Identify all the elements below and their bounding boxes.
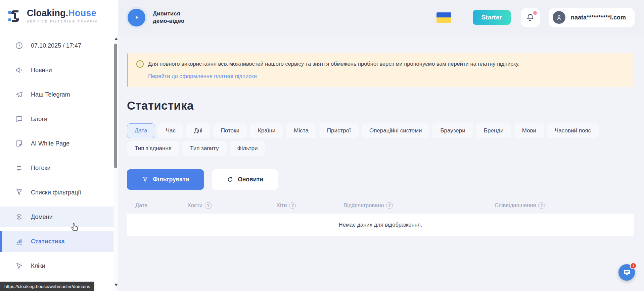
sidebar-item-filter-lists[interactable]: Списки фільтрації	[0, 182, 118, 203]
brand-name: Cloaking.House	[27, 9, 98, 18]
domain-icon	[15, 213, 24, 221]
browser-link-preview: https://cloaking.house/webmaster/domains	[0, 282, 94, 291]
sidebar-nav: 07.10.2025 / 17:47 Новини Наш Telegram Б…	[0, 31, 118, 276]
tab-timezone[interactable]: Часовий пояс	[547, 123, 599, 138]
scrollbar-thumb[interactable]	[114, 44, 117, 168]
language-flag-ukraine[interactable]	[436, 12, 451, 23]
telegram-icon	[15, 90, 24, 99]
empty-state-text: Немає даних для відображення.	[339, 222, 422, 228]
user-menu[interactable]: naata**********l.com	[549, 8, 635, 27]
notifications-button[interactable]	[521, 8, 540, 27]
play-icon	[133, 14, 140, 21]
tab-date[interactable]: Дата	[127, 123, 155, 138]
cursor-icon	[15, 261, 24, 270]
column-header-hits: Хіти?	[276, 202, 343, 209]
sidebar-item-clicks[interactable]: Кліки	[0, 255, 118, 276]
play-demo-button[interactable]	[128, 9, 145, 26]
scroll-up-icon[interactable]	[114, 38, 118, 40]
empty-state: Немає даних для відображення.	[127, 214, 634, 236]
sidebar-item-statistics[interactable]: Статистика	[0, 231, 118, 252]
tab-operating-systems[interactable]: Операційні системи	[362, 123, 429, 138]
column-header-date: Дата	[127, 202, 187, 209]
avatar	[553, 11, 565, 24]
tab-filters[interactable]: Фільтри	[230, 141, 266, 156]
sidebar-item-label: Домени	[31, 214, 53, 221]
tab-time[interactable]: Час	[158, 123, 183, 138]
subscription-link[interactable]: Перейти до оформлення платної підписки	[148, 73, 257, 79]
streams-icon	[15, 164, 24, 172]
chat-unread-badge: 1	[630, 263, 637, 269]
sidebar-item-label: Потоки	[31, 165, 51, 172]
tab-languages[interactable]: Мови	[514, 123, 544, 138]
column-header-ratio: Співвідношення?	[488, 202, 634, 209]
help-icon[interactable]: ?	[205, 202, 212, 209]
banner-text: Для повного використання всіх можливосте…	[148, 60, 519, 68]
tab-brands[interactable]: Бренди	[476, 123, 511, 138]
notification-dot	[533, 11, 537, 15]
sidebar-item-label: Новини	[31, 67, 52, 74]
statistics-table-header: Дата Хости? Хіти? Відфільтровано? Співві…	[127, 202, 634, 209]
statistics-filter-tabs: Дата Час Дні Потоки Країни Міста Пристро…	[127, 123, 633, 156]
sidebar-item-label: Списки фільтрації	[31, 189, 81, 196]
sidebar-item-label: Блоги	[31, 116, 47, 123]
chat-launcher-icon	[623, 269, 631, 277]
clock-icon	[15, 41, 24, 50]
sidebar-item-label: 07.10.2025 / 17:47	[31, 42, 81, 49]
help-icon[interactable]: ?	[538, 202, 545, 209]
stats-icon	[15, 237, 24, 246]
person-icon	[555, 14, 563, 21]
funnel-icon	[15, 188, 24, 197]
sidebar-item-blogs[interactable]: Блоги	[0, 109, 118, 129]
help-icon[interactable]: ?	[386, 202, 393, 209]
refresh-icon	[227, 176, 234, 183]
sidebar-item-label: AI White Page	[31, 140, 70, 147]
page-icon	[15, 139, 24, 148]
column-header-filtered: Відфільтровано?	[343, 202, 488, 209]
main-content: ! Для повного використання всіх можливос…	[118, 35, 644, 291]
tab-cities[interactable]: Міста	[286, 123, 316, 138]
filter-button[interactable]: Фільтрувати	[127, 169, 204, 190]
warning-icon: !	[136, 60, 144, 68]
tab-devices[interactable]: Пристрої	[319, 123, 359, 138]
megaphone-icon	[15, 66, 24, 74]
tab-request-type[interactable]: Тип запиту	[182, 141, 227, 156]
tab-countries[interactable]: Країни	[250, 123, 283, 138]
sidebar-item-label: Кліки	[31, 263, 45, 270]
chat-widget-button[interactable]: 1	[618, 264, 635, 281]
filter-funnel-icon	[142, 176, 149, 183]
scroll-down-icon[interactable]	[114, 284, 118, 286]
brand-tagline: SERVICE FILTERING TRAFFIC	[27, 19, 98, 23]
tab-browsers[interactable]: Браузери	[432, 123, 473, 138]
tab-days[interactable]: Дні	[186, 123, 210, 138]
sidebar-item-domains[interactable]: Домени	[0, 207, 118, 227]
sidebar-item-streams[interactable]: Потоки	[0, 158, 118, 178]
chat-bubble-icon	[15, 115, 24, 123]
user-email: naata**********l.com	[571, 14, 626, 21]
sidebar-item-label: Наш Telegram	[31, 91, 70, 98]
sidebar-item-telegram[interactable]: Наш Telegram	[0, 84, 118, 105]
sidebar-scrollbar[interactable]	[113, 35, 118, 291]
sidebar-item-label: Статистика	[31, 238, 65, 245]
help-icon[interactable]: ?	[289, 202, 296, 209]
sidebar: Cloaking.House SERVICE FILTERING TRAFFIC…	[0, 0, 118, 291]
column-header-hosts: Хости?	[187, 202, 276, 209]
demo-video-label[interactable]: Дивитися демо-відео	[153, 10, 196, 25]
topbar: Дивитися демо-відео Starter naata*******…	[118, 0, 644, 35]
page-title: Статистика	[127, 99, 634, 112]
brand-logo[interactable]: Cloaking.House SERVICE FILTERING TRAFFIC	[0, 0, 118, 31]
plan-starter-button[interactable]: Starter	[473, 10, 511, 25]
tab-streams[interactable]: Потоки	[213, 123, 247, 138]
sidebar-item-news[interactable]: Новини	[0, 60, 118, 80]
sidebar-item-ai-white-page[interactable]: AI White Page	[0, 133, 118, 154]
brand-logo-icon	[8, 9, 22, 23]
tab-connection-type[interactable]: Тип з’єднання	[127, 141, 179, 156]
refresh-button[interactable]: Оновити	[212, 169, 278, 190]
hand-cursor-icon	[69, 221, 80, 232]
sidebar-item-datetime: 07.10.2025 / 17:47	[0, 35, 118, 56]
trial-warning-banner: ! Для повного використання всіх можливос…	[127, 53, 634, 87]
